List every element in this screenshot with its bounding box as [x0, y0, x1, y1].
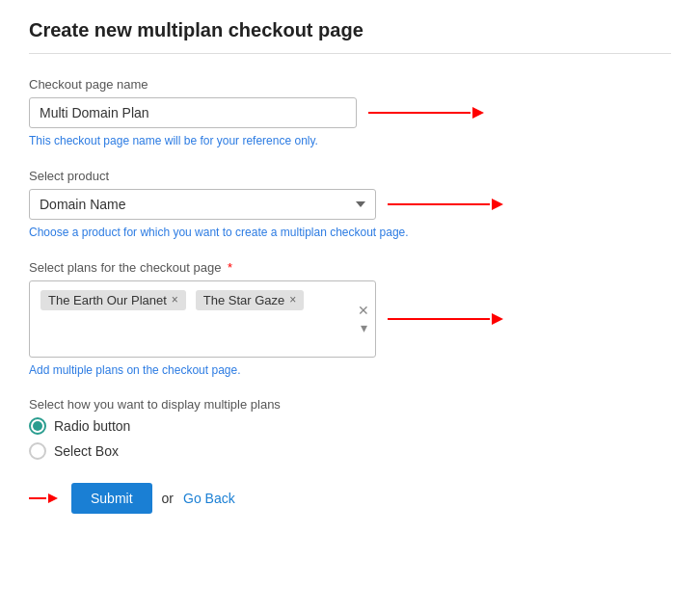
checkout-name-row	[29, 97, 671, 128]
arrow-select-product	[388, 198, 503, 211]
go-back-link[interactable]: Go Back	[183, 491, 235, 506]
arrow-select-plans	[388, 312, 503, 326]
checkout-name-hint: This checkout page name will be for your…	[29, 133, 415, 149]
display-mode-label: Select how you want to display multiple …	[29, 397, 671, 412]
radio-circle-radio-button[interactable]	[29, 417, 46, 435]
plans-multiselect-box[interactable]: The Earth Our Planet × The Star Gaze × ✕…	[29, 280, 376, 358]
select-product-row: Domain Name Hosting Plan SSL Certificate	[29, 189, 671, 220]
arrow-submit	[29, 492, 58, 505]
select-plans-hint: Add multiple plans on the checkout page.	[29, 362, 415, 379]
plans-box-controls: ✕ ▾	[358, 304, 369, 334]
submit-row: Submit or Go Back	[29, 483, 671, 514]
plan-tag-stargaze: The Star Gaze ×	[196, 290, 305, 310]
submit-button[interactable]: Submit	[71, 483, 152, 514]
display-mode-section: Select how you want to display multiple …	[29, 397, 671, 460]
checkout-name-label: Checkout page name	[29, 77, 671, 92]
radio-option-radio-button[interactable]: Radio button	[29, 417, 671, 435]
title-divider	[29, 53, 671, 54]
radio-label-radio-button: Radio button	[54, 418, 130, 434]
plans-tags-container: The Earth Our Planet × The Star Gaze ×	[38, 287, 367, 313]
plans-box-wrapper: The Earth Our Planet × The Star Gaze × ✕…	[29, 280, 671, 358]
checkout-name-input[interactable]	[29, 97, 357, 128]
plans-clear-icon[interactable]: ✕	[358, 304, 369, 317]
plan-tag-stargaze-label: The Star Gaze	[203, 293, 285, 307]
page-title: Create new multiplan checkout page	[29, 19, 671, 41]
radio-circle-select-box[interactable]	[29, 442, 46, 460]
plan-tag-stargaze-close[interactable]: ×	[289, 293, 296, 306]
plan-tag-earth-label: The Earth Our Planet	[48, 293, 167, 307]
arrow-checkout-name	[368, 106, 484, 120]
select-product-label: Select product	[29, 169, 671, 183]
select-product-section: Select product Domain Name Hosting Plan …	[29, 169, 671, 241]
radio-label-select-box: Select Box	[54, 443, 119, 459]
select-product-dropdown[interactable]: Domain Name Hosting Plan SSL Certificate	[29, 189, 376, 220]
plans-dropdown-icon[interactable]: ▾	[361, 321, 367, 334]
plan-tag-earth-close[interactable]: ×	[172, 293, 178, 306]
plan-tag-earth: The Earth Our Planet ×	[40, 290, 186, 310]
required-star: *	[224, 260, 232, 275]
or-text: or	[162, 491, 174, 506]
select-plans-label: Select plans for the checkout page *	[29, 260, 671, 275]
select-plans-section: Select plans for the checkout page * The…	[29, 260, 671, 379]
radio-option-select-box[interactable]: Select Box	[29, 442, 671, 460]
select-product-hint: Choose a product for which you want to c…	[29, 225, 415, 241]
checkout-name-section: Checkout page name This checkout page na…	[29, 77, 671, 149]
